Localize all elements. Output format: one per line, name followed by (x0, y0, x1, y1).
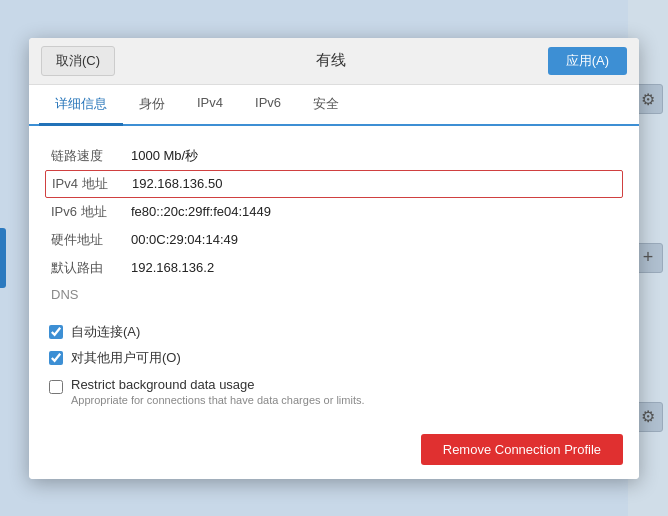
hardware-value: 00:0C:29:04:14:49 (131, 232, 238, 247)
gear-icon-bottom: ⚙ (641, 407, 655, 426)
auto-connect-checkbox[interactable] (49, 325, 63, 339)
tab-details[interactable]: 详细信息 (39, 85, 123, 126)
ipv4-row: IPv4 地址 192.168.136.50 (45, 170, 623, 198)
ipv6-label: IPv6 地址 (51, 203, 131, 221)
gateway-row: 默认路由 192.168.136.2 (49, 254, 619, 282)
plus-icon: + (643, 247, 654, 268)
auto-connect-label: 自动连接(A) (71, 323, 140, 341)
dialog-header: 取消(C) 有线 应用(A) (29, 38, 639, 85)
tab-bar: 详细信息 身份 IPv4 IPv6 安全 (29, 85, 639, 126)
ipv6-row: IPv6 地址 fe80::20c:29ff:fe04:1449 (49, 198, 619, 226)
restrict-text: Restrict background data usage Appropria… (71, 377, 365, 406)
dialog-footer: Remove Connection Profile (29, 422, 639, 479)
link-speed-row: 链路速度 1000 Mb/秒 (49, 142, 619, 170)
auto-connect-checkbox-label[interactable]: 自动连接(A) (49, 323, 619, 341)
dns-row: DNS (49, 282, 619, 307)
all-users-checkbox-label[interactable]: 对其他用户可用(O) (49, 349, 619, 367)
link-speed-label: 链路速度 (51, 147, 131, 165)
hardware-row: 硬件地址 00:0C:29:04:14:49 (49, 226, 619, 254)
network-dialog: 取消(C) 有线 应用(A) 详细信息 身份 IPv4 IPv6 安全 链路速度… (29, 38, 639, 479)
gateway-value: 192.168.136.2 (131, 260, 214, 275)
checkbox-group: 自动连接(A) 对其他用户可用(O) (49, 323, 619, 367)
all-users-checkbox[interactable] (49, 351, 63, 365)
dialog-body: 链路速度 1000 Mb/秒 IPv4 地址 192.168.136.50 IP… (29, 126, 639, 422)
restrict-sublabel: Appropriate for connections that have da… (71, 394, 365, 406)
tab-ipv4[interactable]: IPv4 (181, 85, 239, 126)
dns-label: DNS (51, 287, 131, 302)
all-users-label: 对其他用户可用(O) (71, 349, 181, 367)
restrict-label: Restrict background data usage (71, 377, 365, 392)
ipv4-label: IPv4 地址 (52, 175, 132, 193)
restrict-checkbox[interactable] (49, 380, 63, 394)
info-table: 链路速度 1000 Mb/秒 IPv4 地址 192.168.136.50 IP… (49, 142, 619, 307)
ipv6-value: fe80::20c:29ff:fe04:1449 (131, 204, 271, 219)
gear-icon-top: ⚙ (641, 90, 655, 109)
tab-security[interactable]: 安全 (297, 85, 355, 126)
tab-identity[interactable]: 身份 (123, 85, 181, 126)
remove-connection-button[interactable]: Remove Connection Profile (421, 434, 623, 465)
restrict-section: Restrict background data usage Appropria… (49, 377, 619, 406)
cancel-button[interactable]: 取消(C) (41, 46, 115, 76)
dialog-title: 有线 (316, 51, 346, 70)
link-speed-value: 1000 Mb/秒 (131, 147, 198, 165)
ipv4-value: 192.168.136.50 (132, 176, 222, 191)
hardware-label: 硬件地址 (51, 231, 131, 249)
tab-ipv6[interactable]: IPv6 (239, 85, 297, 126)
gateway-label: 默认路由 (51, 259, 131, 277)
blue-accent-bar (0, 228, 6, 288)
apply-button[interactable]: 应用(A) (548, 47, 627, 75)
